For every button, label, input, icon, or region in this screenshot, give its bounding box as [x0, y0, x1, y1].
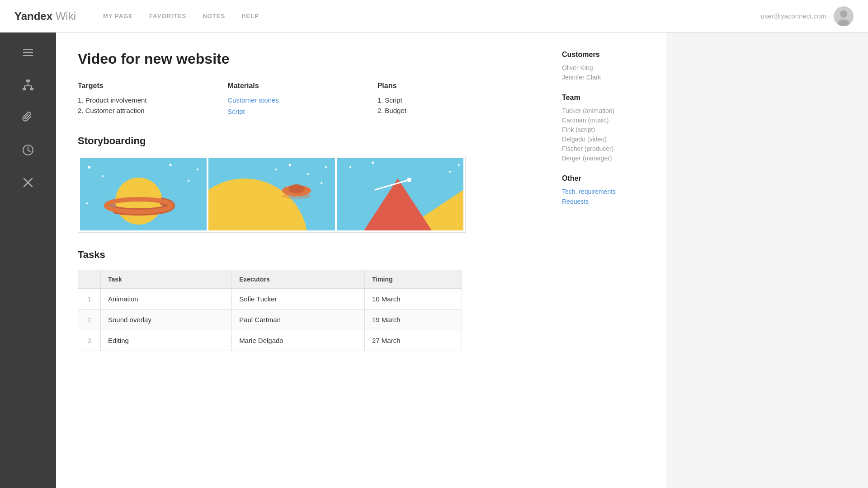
customer-stories-link[interactable]: Customer stories: [227, 96, 377, 104]
col-header-num: [78, 270, 101, 289]
tech-requirements-link[interactable]: Tech. requirements: [562, 188, 654, 195]
svg-line-15: [28, 150, 30, 152]
other-heading: Other: [562, 174, 654, 183]
other-section: Other Tech. requirements Requests: [562, 174, 654, 205]
row-1-num: 1: [78, 289, 101, 310]
svg-rect-7: [23, 88, 26, 90]
svg-point-34: [275, 169, 277, 170]
row-1-executor: Sofie Tucker: [232, 289, 365, 310]
svg-rect-6: [26, 80, 30, 82]
customer-1: Oliver King: [562, 64, 654, 71]
targets-heading: Targets: [78, 82, 227, 90]
row-3-executor: Marie Delgado: [232, 330, 365, 351]
user-email: user@yaconnect.com: [761, 12, 826, 20]
svg-point-22: [188, 180, 189, 182]
col-header-task: Task: [101, 270, 232, 289]
svg-point-40: [349, 166, 351, 168]
three-columns-section: Targets 1. Product involvement 2. Custom…: [78, 82, 527, 119]
table-row: 2 Sound overlay Paul Cartman 19 March: [78, 310, 462, 330]
svg-point-32: [325, 166, 327, 168]
svg-point-43: [458, 164, 460, 166]
tasks-heading: Tasks: [78, 249, 527, 261]
target-item-1: 1. Product involvement: [78, 96, 227, 104]
row-2-timing: 19 March: [364, 310, 462, 330]
row-2-num: 2: [78, 310, 101, 330]
paperclip-icon[interactable]: [19, 108, 37, 127]
customer-2: Jennifer Clark: [562, 74, 654, 81]
svg-rect-8: [30, 88, 33, 90]
svg-rect-3: [23, 49, 33, 50]
svg-point-31: [307, 173, 309, 175]
menu-icon[interactable]: [19, 43, 37, 61]
svg-point-20: [102, 175, 104, 177]
plan-item-1: 1. Script: [377, 96, 527, 104]
storyboard-frame-2: [208, 158, 335, 230]
logo: Yandex Wiki: [14, 10, 76, 23]
svg-rect-5: [23, 55, 33, 56]
requests-link[interactable]: Requests: [562, 198, 654, 205]
col-header-executors: Executors: [232, 270, 365, 289]
row-3-timing: 27 March: [364, 330, 462, 351]
main-content: Video for new website Targets 1. Product…: [56, 33, 549, 488]
tasks-table: Task Executors Timing 1 Animation Sofie …: [78, 270, 462, 351]
storyboard-frame-1: [80, 158, 207, 230]
row-3-num: 3: [78, 330, 101, 351]
sitemap-icon[interactable]: [19, 76, 37, 94]
nav-my-page[interactable]: MY PAGE: [103, 13, 133, 19]
team-member-5: Fischer (producer): [562, 145, 654, 152]
svg-point-38: [282, 193, 311, 199]
nav-notes[interactable]: NOTES: [203, 13, 225, 19]
svg-point-37: [288, 184, 305, 193]
row-2-task: Sound overlay: [101, 310, 232, 330]
plan-item-2: 2. Budget: [377, 107, 527, 114]
col-header-timing: Timing: [364, 270, 462, 289]
close-icon[interactable]: [19, 174, 37, 192]
row-1-timing: 10 March: [364, 289, 462, 310]
table-row: 1 Animation Sofie Tucker 10 March: [78, 289, 462, 310]
storyboard-frame-3: [337, 158, 463, 230]
nav-links: MY PAGE FAVORITES NOTES HELP: [103, 13, 259, 19]
svg-point-41: [372, 162, 374, 164]
svg-point-23: [197, 169, 198, 170]
right-sidebar: Customers Oliver King Jennifer Clark Tea…: [549, 33, 666, 488]
page-title: Video for new website: [78, 51, 527, 67]
team-member-4: Delgado (video): [562, 136, 654, 143]
svg-point-33: [321, 182, 322, 184]
plans-section: Plans 1. Script 2. Budget: [377, 82, 527, 119]
storyboarding-heading: Storyboarding: [78, 135, 527, 147]
avatar[interactable]: [834, 6, 854, 26]
script-link[interactable]: Script: [227, 108, 377, 115]
team-section: Team Tucker (animation) Cartman (music) …: [562, 94, 654, 162]
target-item-2: 2. Customer attraction: [78, 107, 227, 114]
storyboard-container: [78, 156, 466, 233]
table-row: 3 Editing Marie Delgado 27 March: [78, 330, 462, 351]
svg-point-42: [449, 171, 451, 173]
svg-point-47: [407, 178, 411, 182]
sidebar: [0, 33, 56, 488]
team-member-6: Berger (manager): [562, 155, 654, 162]
nav-favorites[interactable]: FAVORITES: [149, 13, 186, 19]
team-member-2: Cartman (music): [562, 117, 654, 124]
team-member-1: Tucker (animation): [562, 107, 654, 114]
team-member-3: Fink (script): [562, 126, 654, 133]
row-3-task: Editing: [101, 330, 232, 351]
customers-section: Customers Oliver King Jennifer Clark: [562, 51, 654, 81]
targets-section: Targets 1. Product involvement 2. Custom…: [78, 82, 227, 119]
team-heading: Team: [562, 94, 654, 102]
top-nav: Yandex Wiki MY PAGE FAVORITES NOTES HELP…: [0, 0, 868, 33]
svg-point-19: [88, 166, 90, 169]
materials-heading: Materials: [227, 82, 377, 90]
svg-point-21: [170, 164, 172, 166]
row-1-task: Animation: [101, 289, 232, 310]
layout: Video for new website Targets 1. Product…: [0, 33, 868, 488]
materials-section: Materials Customer stories Script: [227, 82, 377, 119]
svg-point-30: [289, 164, 291, 166]
svg-point-24: [86, 202, 88, 204]
clock-icon[interactable]: [19, 141, 37, 159]
svg-rect-4: [23, 52, 33, 53]
customers-heading: Customers: [562, 51, 654, 59]
svg-point-1: [840, 10, 847, 18]
nav-right: user@yaconnect.com: [761, 6, 854, 26]
plans-heading: Plans: [377, 82, 527, 90]
nav-help[interactable]: HELP: [241, 13, 259, 19]
